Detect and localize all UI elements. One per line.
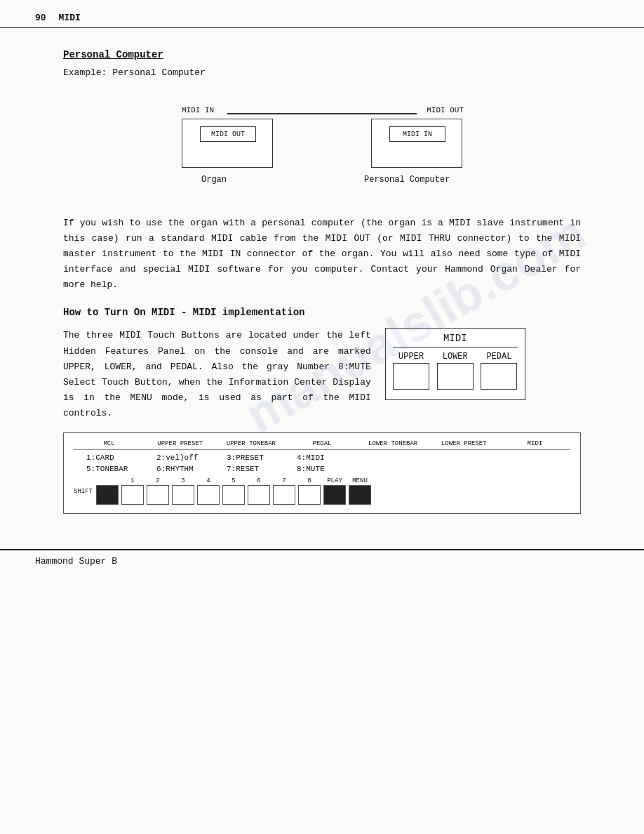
midi-panel: MIDI UPPER LOWER PEDAL	[385, 328, 525, 400]
midi-btn-box-pedal[interactable]	[481, 363, 517, 390]
header: 90 MIDI	[0, 0, 644, 28]
kp-btn-6: 6	[248, 477, 270, 505]
kp-btn-2-box[interactable]	[147, 485, 169, 505]
kp-btn-5-box[interactable]	[222, 485, 245, 505]
midi-btn-box-upper[interactable]	[393, 363, 429, 390]
organ-port: MIDI OUT	[200, 126, 256, 142]
midi-btn-upper: UPPER	[393, 352, 429, 390]
section-heading: How to Turn On MIDI - MIDI implementatio…	[63, 307, 581, 318]
kp-btn-4-box[interactable]	[197, 485, 220, 505]
kp-col-midi: MIDI	[499, 440, 570, 447]
section-title: Personal Computer	[63, 49, 581, 60]
kp-btn-menu-box[interactable]	[349, 485, 371, 505]
kp-item-2vel: 2:vel)off	[156, 454, 213, 462]
kp-item-6rhythm: 6:RHYTHM	[156, 465, 213, 473]
kp-col-pedal: PEDAL	[286, 440, 357, 447]
kp-btn-4: 4	[197, 477, 220, 505]
kp-btn-6-box[interactable]	[248, 485, 270, 505]
kp-btn-shift	[96, 477, 119, 505]
kp-btn-play: PLAY	[323, 477, 346, 505]
footer-text: Hammond Super B	[35, 556, 117, 567]
kp-btn-3-box[interactable]	[172, 485, 194, 505]
pc-port: MIDI IN	[389, 126, 445, 142]
kp-col-lower-tonebar: LOWER TONEBAR	[358, 440, 429, 447]
pc-box: MIDI IN	[371, 119, 462, 168]
kp-item-4midi: 4:MIDI	[297, 454, 353, 462]
top-connector-line	[227, 113, 417, 114]
kp-btn-menu: MENU	[349, 477, 371, 505]
kp-item-5tonebar: 5:TONEBAR	[86, 465, 142, 473]
page-number: 90	[35, 13, 46, 23]
organ-label: Organ	[201, 175, 227, 185]
kp-col-lower-preset: LOWER PRESET	[429, 440, 499, 447]
kp-btn-3: 3	[172, 477, 194, 505]
page: 90 MIDI Personal Computer Example: Perso…	[0, 0, 644, 834]
kp-item-1card: 1:CARD	[86, 454, 142, 462]
header-section: MIDI	[59, 13, 609, 23]
col-right-panel: MIDI UPPER LOWER PEDAL	[385, 328, 581, 421]
diagram-area: MIDI IN MIDI OUT MIDI OUT Organ MIDI IN …	[63, 91, 581, 203]
midi-btn-box-lower[interactable]	[437, 363, 474, 390]
kp-btn-7-box[interactable]	[273, 485, 295, 505]
midi-btn-pedal: PEDAL	[481, 352, 517, 390]
kp-shift-label: SHIFT	[74, 488, 92, 495]
kp-col-mcl: MCL	[74, 440, 145, 447]
example-label: Example: Personal Computer	[63, 67, 581, 78]
keyboard-panel: MCL UPPER PRESET UPPER TONEBAR PEDAL LOW…	[63, 432, 581, 514]
kp-btn-5: 5	[222, 477, 245, 505]
col-left-text: The three MIDI Touch Buttons are located…	[63, 328, 371, 421]
midi-out-label: MIDI OUT	[427, 106, 464, 114]
body-text: If you wish to use the organ with a pers…	[63, 216, 581, 293]
two-col-layout: The three MIDI Touch Buttons are located…	[63, 328, 581, 421]
kp-item-8mute: 8:MUTE	[297, 465, 353, 473]
organ-box: MIDI OUT	[182, 119, 273, 168]
kp-btn-shift-box[interactable]	[96, 485, 119, 505]
footer: Hammond Super B	[0, 549, 644, 567]
pc-diagram-label: Personal Computer	[364, 175, 469, 185]
kp-btn-1: 1	[121, 477, 144, 505]
kp-btn-8-box[interactable]	[298, 485, 321, 505]
kp-text-row1: 1:CARD 2:vel)off 3:PRESET 4:MIDI	[74, 454, 570, 462]
midi-in-label: MIDI IN	[182, 106, 214, 114]
kp-col-upper-tonebar: UPPER TONEBAR	[215, 440, 286, 447]
kp-labels-row: MCL UPPER PRESET UPPER TONEBAR PEDAL LOW…	[74, 440, 570, 450]
midi-panel-title: MIDI	[393, 333, 518, 348]
kp-btn-1-box[interactable]	[121, 485, 144, 505]
kp-btn-2: 2	[147, 477, 169, 505]
midi-buttons-row: UPPER LOWER PEDAL	[393, 352, 518, 390]
diagram-inner: MIDI IN MIDI OUT MIDI OUT Organ MIDI IN …	[175, 91, 469, 203]
kp-btn-7: 7	[273, 477, 295, 505]
midi-btn-lower: LOWER	[437, 352, 474, 390]
kp-item-7reset: 7:RESET	[227, 465, 283, 473]
kp-item-3preset: 3:PRESET	[227, 454, 283, 462]
kp-buttons-row: SHIFT 1 2 3 4	[74, 477, 570, 505]
kp-text-row2: 5:TONEBAR 6:RHYTHM 7:RESET 8:MUTE	[74, 465, 570, 473]
kp-btn-8: 8	[298, 477, 321, 505]
kp-btn-play-box[interactable]	[323, 485, 346, 505]
kp-col-upper-preset: UPPER PRESET	[145, 440, 215, 447]
content-area: Personal Computer Example: Personal Comp…	[0, 28, 644, 535]
